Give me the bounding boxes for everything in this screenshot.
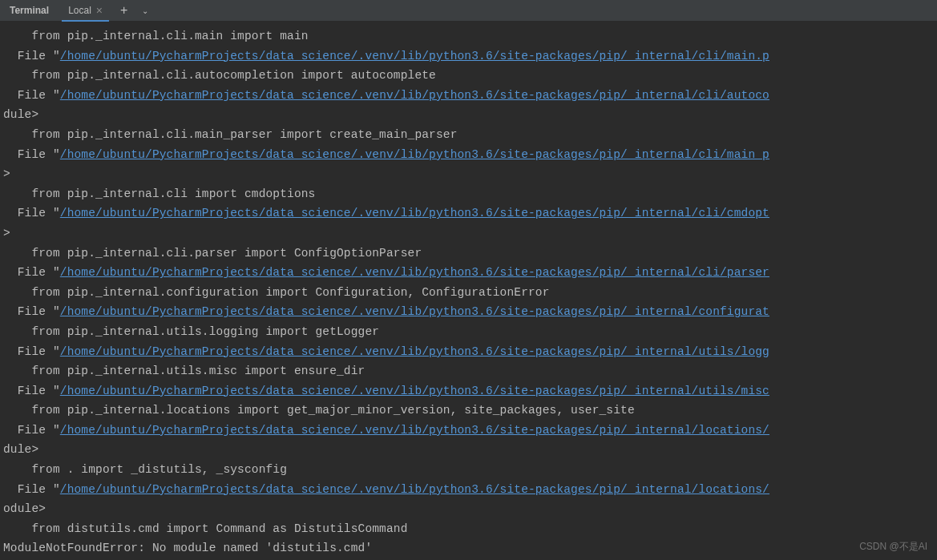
terminal-header: Terminal Local × + ⌄ [0, 0, 937, 22]
terminal-line: > [3, 164, 934, 184]
file-link[interactable]: /home/ubuntu/PycharmProjects/data_scienc… [60, 89, 769, 102]
terminal-line: from . import _distutils, _sysconfig [3, 460, 934, 480]
terminal-line: File "/home/ubuntu/PycharmProjects/data_… [3, 421, 934, 441]
file-link[interactable]: /home/ubuntu/PycharmProjects/data_scienc… [60, 345, 769, 358]
terminal-line: dule> [3, 105, 934, 125]
terminal-line: from pip._internal.utils.logging import … [3, 322, 934, 342]
file-link[interactable]: /home/ubuntu/PycharmProjects/data_scienc… [60, 266, 769, 279]
file-link[interactable]: /home/ubuntu/PycharmProjects/data_scienc… [60, 305, 769, 318]
terminal-line: dule> [3, 440, 934, 460]
terminal-line: File "/home/ubuntu/PycharmProjects/data_… [3, 263, 934, 283]
terminal-line: from pip._internal.utils.misc import ens… [3, 361, 934, 381]
terminal-line: from pip._internal.cli import cmdoptions [3, 184, 934, 204]
file-link[interactable]: /home/ubuntu/PycharmProjects/data_scienc… [60, 50, 769, 62]
terminal-line: from pip._internal.cli.main import main [3, 26, 934, 46]
file-link[interactable]: /home/ubuntu/PycharmProjects/data_scienc… [60, 424, 769, 437]
tab-local[interactable]: Local × [62, 0, 109, 22]
file-link[interactable]: /home/ubuntu/PycharmProjects/data_scienc… [60, 207, 769, 220]
terminal-line: File "/home/ubuntu/PycharmProjects/data_… [3, 381, 934, 401]
watermark: CSDN @不是AI [859, 540, 927, 554]
terminal-line: from pip._internal.cli.main_parser impor… [3, 125, 934, 145]
file-link[interactable]: /home/ubuntu/PycharmProjects/data_scienc… [60, 385, 769, 397]
terminal-line: File "/home/ubuntu/PycharmProjects/data_… [3, 86, 934, 106]
terminal-output[interactable]: from pip._internal.cli.main import main … [0, 22, 937, 560]
terminal-line: odule> [3, 499, 934, 519]
terminal-line: File "/home/ubuntu/PycharmProjects/data_… [3, 302, 934, 322]
terminal-line: File "/home/ubuntu/PycharmProjects/data_… [3, 145, 934, 165]
terminal-line: from pip._internal.locations import get_… [3, 401, 934, 421]
terminal-line: File "/home/ubuntu/PycharmProjects/data_… [3, 342, 934, 362]
terminal-line: from pip._internal.cli.parser import Con… [3, 244, 934, 264]
tab-label: Local [68, 5, 91, 16]
terminal-line: File "/home/ubuntu/PycharmProjects/data_… [3, 480, 934, 500]
terminal-line: from pip._internal.configuration import … [3, 283, 934, 303]
file-link[interactable]: /home/ubuntu/PycharmProjects/data_scienc… [60, 483, 769, 496]
terminal-line: from pip._internal.cli.autocompletion im… [3, 66, 934, 86]
panel-title: Terminal [10, 5, 55, 16]
terminal-line: File "/home/ubuntu/PycharmProjects/data_… [3, 203, 934, 224]
terminal-line: from distutils.cmd import Command as Dis… [3, 519, 934, 539]
terminal-line: File "/home/ubuntu/PycharmProjects/data_… [3, 46, 934, 66]
file-link[interactable]: /home/ubuntu/PycharmProjects/data_scienc… [60, 148, 769, 161]
terminal-line: ModuleNotFoundError: No module named 'di… [3, 538, 934, 558]
close-icon[interactable]: × [96, 4, 103, 17]
terminal-line: > [3, 224, 934, 244]
tab-dropdown-icon[interactable]: ⌄ [139, 6, 151, 15]
add-tab-button[interactable]: + [115, 3, 132, 18]
